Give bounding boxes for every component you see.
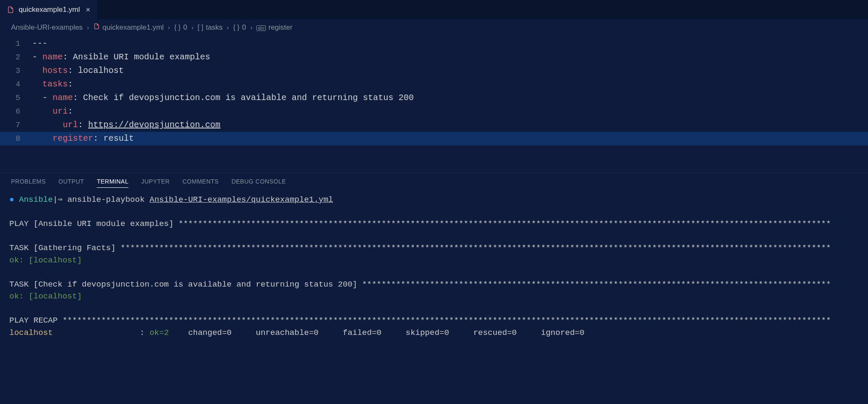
command-arg: Ansible-URI-examples/quickexample1.yml [150, 195, 333, 204]
panel-tab-problems[interactable]: PROBLEMS [11, 178, 46, 188]
code-line[interactable]: 1--- [0, 37, 868, 50]
prompt-env: Ansible [19, 195, 53, 204]
recap-unreachable: unreachable=0 [256, 328, 343, 337]
braces-icon: { } [233, 23, 239, 32]
recap-header: PLAY RECAP *****************************… [9, 315, 859, 327]
breadcrumb-label: 0 [242, 23, 246, 32]
prompt-sep: |⇒ [53, 195, 67, 204]
code-line[interactable]: 8 register: result [0, 132, 868, 145]
line-content: --- [32, 37, 868, 50]
line-content: tasks: [32, 78, 868, 91]
breadcrumb-label: tasks [206, 23, 223, 32]
line-number: 1 [0, 37, 32, 50]
breadcrumb-item[interactable]: quickexample1.yml [93, 23, 164, 32]
line-number: 8 [0, 132, 32, 145]
line-number: 6 [0, 105, 32, 118]
breadcrumb-item[interactable]: [ ]tasks [198, 23, 223, 32]
code-line[interactable]: 2- name: Ansible URI module examples [0, 50, 868, 64]
code-line[interactable]: 5 - name: Check if devopsjunction.com is… [0, 91, 868, 105]
bottom-panel: PROBLEMSOUTPUTTERMINALJUPYTERCOMMENTSDEB… [0, 173, 868, 341]
yaml-file-icon [7, 6, 14, 14]
breadcrumb-label: quickexample1.yml [103, 23, 164, 32]
recap-skipped: skipped=0 [406, 328, 473, 337]
file-icon [93, 23, 100, 32]
line-content: url: https://devopsjunction.com [32, 118, 868, 132]
breadcrumb-label: Ansible-URI-examples [11, 23, 83, 32]
tab-filename: quickexample1.yml [19, 6, 80, 14]
panel-tab-debug-console[interactable]: DEBUG CONSOLE [231, 178, 286, 188]
command: ansible-playbook [67, 195, 150, 204]
line-number: 2 [0, 51, 32, 64]
breadcrumb-label: register [268, 23, 292, 32]
panel-tab-output[interactable]: OUTPUT [58, 178, 84, 188]
breadcrumb-label: 0 [183, 23, 187, 32]
recap-changed: changed=0 [184, 328, 256, 337]
breadcrumb-item[interactable]: { }0 [233, 23, 246, 32]
chevron-right-icon: › [87, 24, 89, 31]
breadcrumb-item[interactable]: Ansible-URI-examples [11, 23, 83, 32]
file-tab[interactable]: quickexample1.yml × [0, 0, 97, 20]
task-header: TASK [Gathering Facts] *****************… [9, 242, 859, 254]
line-number: 3 [0, 64, 32, 77]
recap-failed: failed=0 [343, 328, 406, 337]
breadcrumb-item[interactable]: { }0 [174, 23, 187, 32]
line-content: hosts: localhost [32, 64, 868, 78]
breadcrumb[interactable]: Ansible-URI-examples›quickexample1.yml›{… [0, 20, 868, 35]
line-content: register: result [32, 132, 868, 145]
task-status: ok: [localhost] [9, 256, 82, 265]
task-header: TASK [Check if devopsjunction.com is ava… [9, 279, 859, 291]
code-line[interactable]: 3 hosts: localhost [0, 64, 868, 78]
panel-tab-terminal[interactable]: TERMINAL [97, 178, 128, 188]
code-editor[interactable]: 1---2- name: Ansible URI module examples… [0, 35, 868, 147]
task-status: ok: [localhost] [9, 292, 82, 301]
line-content: - name: Ansible URI module examples [32, 50, 868, 64]
status-dot-icon: ● [9, 195, 19, 204]
chevron-right-icon: › [168, 24, 170, 31]
play-header: PLAY [Ansible URI module examples] *****… [9, 218, 859, 230]
panel-tabs: PROBLEMSOUTPUTTERMINALJUPYTERCOMMENTSDEB… [0, 173, 868, 191]
chevron-right-icon: › [250, 24, 253, 31]
line-number: 4 [0, 78, 32, 91]
line-number: 7 [0, 119, 32, 131]
chevron-right-icon: › [192, 24, 194, 31]
code-line[interactable]: 6 uri: [0, 105, 868, 118]
panel-tab-comments[interactable]: COMMENTS [182, 178, 219, 188]
brackets-icon: [ ] [198, 23, 203, 32]
terminal-output[interactable]: ● Ansible|⇒ ansible-playbook Ansible-URI… [0, 191, 868, 341]
close-icon[interactable]: × [86, 6, 91, 14]
code-line[interactable]: 7 url: https://devopsjunction.com [0, 118, 868, 132]
line-content: uri: [32, 105, 868, 118]
breadcrumb-item[interactable]: abcregister [256, 23, 292, 32]
abc-icon: abc [256, 23, 266, 32]
recap-host: localhost [9, 328, 140, 337]
chevron-right-icon: › [227, 24, 229, 31]
recap-rescued: rescued=0 [473, 328, 541, 337]
tab-bar: quickexample1.yml × [0, 0, 868, 20]
line-content: - name: Check if devopsjunction.com is a… [32, 91, 868, 105]
line-number: 5 [0, 92, 32, 104]
panel-tab-jupyter[interactable]: JUPYTER [141, 178, 170, 188]
braces-icon: { } [174, 23, 181, 32]
code-line[interactable]: 4 tasks: [0, 78, 868, 91]
recap-ok: ok=2 [150, 328, 184, 337]
recap-ignored: ignored=0 [541, 328, 584, 337]
